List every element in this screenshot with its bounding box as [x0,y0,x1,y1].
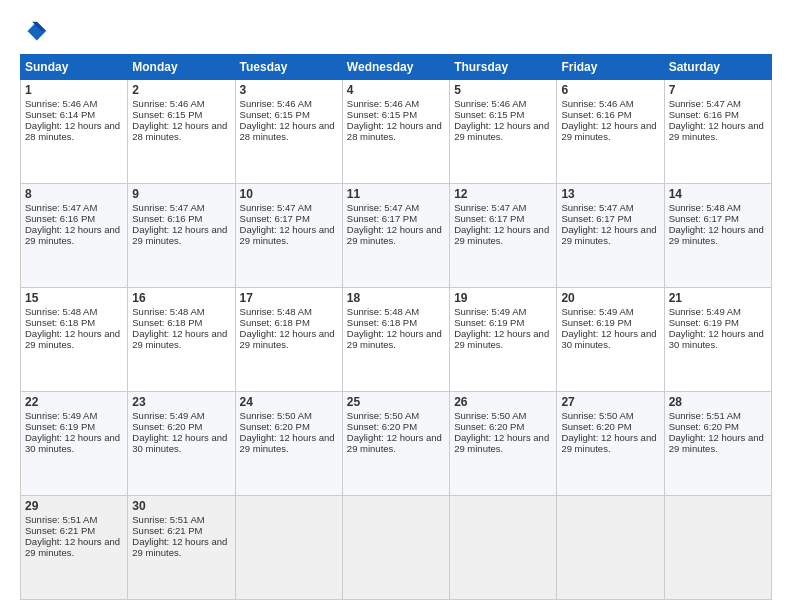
day-header-monday: Monday [128,55,235,80]
calendar-cell [664,496,771,600]
day-header-wednesday: Wednesday [342,55,449,80]
calendar-cell: 8Sunrise: 5:47 AMSunset: 6:16 PMDaylight… [21,184,128,288]
day-number: 7 [669,83,767,97]
day-number: 1 [25,83,123,97]
calendar-cell: 23Sunrise: 5:49 AMSunset: 6:20 PMDayligh… [128,392,235,496]
calendar-cell: 15Sunrise: 5:48 AMSunset: 6:18 PMDayligh… [21,288,128,392]
day-number: 14 [669,187,767,201]
day-number: 16 [132,291,230,305]
calendar-week-row: 29Sunrise: 5:51 AMSunset: 6:21 PMDayligh… [21,496,772,600]
day-number: 26 [454,395,552,409]
calendar-cell: 30Sunrise: 5:51 AMSunset: 6:21 PMDayligh… [128,496,235,600]
calendar-table: SundayMondayTuesdayWednesdayThursdayFrid… [20,54,772,600]
calendar-cell: 24Sunrise: 5:50 AMSunset: 6:20 PMDayligh… [235,392,342,496]
day-header-thursday: Thursday [450,55,557,80]
calendar-cell: 21Sunrise: 5:49 AMSunset: 6:19 PMDayligh… [664,288,771,392]
day-number: 18 [347,291,445,305]
calendar-cell: 1Sunrise: 5:46 AMSunset: 6:14 PMDaylight… [21,80,128,184]
day-number: 5 [454,83,552,97]
calendar-cell: 27Sunrise: 5:50 AMSunset: 6:20 PMDayligh… [557,392,664,496]
day-number: 17 [240,291,338,305]
header [20,18,772,46]
logo [20,18,52,46]
day-number: 20 [561,291,659,305]
calendar-cell: 4Sunrise: 5:46 AMSunset: 6:15 PMDaylight… [342,80,449,184]
calendar-cell: 17Sunrise: 5:48 AMSunset: 6:18 PMDayligh… [235,288,342,392]
day-header-friday: Friday [557,55,664,80]
day-number: 27 [561,395,659,409]
calendar-cell: 3Sunrise: 5:46 AMSunset: 6:15 PMDaylight… [235,80,342,184]
day-number: 28 [669,395,767,409]
day-number: 21 [669,291,767,305]
calendar-cell: 14Sunrise: 5:48 AMSunset: 6:17 PMDayligh… [664,184,771,288]
calendar-cell: 6Sunrise: 5:46 AMSunset: 6:16 PMDaylight… [557,80,664,184]
calendar-cell: 29Sunrise: 5:51 AMSunset: 6:21 PMDayligh… [21,496,128,600]
calendar-cell: 28Sunrise: 5:51 AMSunset: 6:20 PMDayligh… [664,392,771,496]
day-header-tuesday: Tuesday [235,55,342,80]
calendar-cell: 2Sunrise: 5:46 AMSunset: 6:15 PMDaylight… [128,80,235,184]
day-number: 4 [347,83,445,97]
calendar-week-row: 15Sunrise: 5:48 AMSunset: 6:18 PMDayligh… [21,288,772,392]
calendar-cell: 16Sunrise: 5:48 AMSunset: 6:18 PMDayligh… [128,288,235,392]
day-number: 22 [25,395,123,409]
calendar-cell: 11Sunrise: 5:47 AMSunset: 6:17 PMDayligh… [342,184,449,288]
day-header-saturday: Saturday [664,55,771,80]
day-number: 11 [347,187,445,201]
day-number: 9 [132,187,230,201]
calendar-cell: 20Sunrise: 5:49 AMSunset: 6:19 PMDayligh… [557,288,664,392]
day-number: 6 [561,83,659,97]
calendar-cell: 26Sunrise: 5:50 AMSunset: 6:20 PMDayligh… [450,392,557,496]
day-number: 10 [240,187,338,201]
day-number: 30 [132,499,230,513]
calendar-header-row: SundayMondayTuesdayWednesdayThursdayFrid… [21,55,772,80]
day-number: 13 [561,187,659,201]
calendar-cell [342,496,449,600]
day-number: 24 [240,395,338,409]
day-number: 19 [454,291,552,305]
calendar-cell [235,496,342,600]
calendar-cell: 18Sunrise: 5:48 AMSunset: 6:18 PMDayligh… [342,288,449,392]
calendar-cell: 10Sunrise: 5:47 AMSunset: 6:17 PMDayligh… [235,184,342,288]
day-number: 25 [347,395,445,409]
page: SundayMondayTuesdayWednesdayThursdayFrid… [0,0,792,612]
calendar-cell: 25Sunrise: 5:50 AMSunset: 6:20 PMDayligh… [342,392,449,496]
calendar-cell: 19Sunrise: 5:49 AMSunset: 6:19 PMDayligh… [450,288,557,392]
calendar-week-row: 8Sunrise: 5:47 AMSunset: 6:16 PMDaylight… [21,184,772,288]
calendar-cell: 13Sunrise: 5:47 AMSunset: 6:17 PMDayligh… [557,184,664,288]
calendar-week-row: 22Sunrise: 5:49 AMSunset: 6:19 PMDayligh… [21,392,772,496]
day-number: 8 [25,187,123,201]
day-number: 23 [132,395,230,409]
calendar-cell [450,496,557,600]
day-header-sunday: Sunday [21,55,128,80]
calendar-cell: 7Sunrise: 5:47 AMSunset: 6:16 PMDaylight… [664,80,771,184]
day-number: 12 [454,187,552,201]
calendar-cell: 5Sunrise: 5:46 AMSunset: 6:15 PMDaylight… [450,80,557,184]
calendar-cell: 12Sunrise: 5:47 AMSunset: 6:17 PMDayligh… [450,184,557,288]
day-number: 3 [240,83,338,97]
day-number: 2 [132,83,230,97]
calendar-week-row: 1Sunrise: 5:46 AMSunset: 6:14 PMDaylight… [21,80,772,184]
day-number: 29 [25,499,123,513]
calendar-cell: 9Sunrise: 5:47 AMSunset: 6:16 PMDaylight… [128,184,235,288]
day-number: 15 [25,291,123,305]
logo-icon [20,18,48,46]
calendar-cell: 22Sunrise: 5:49 AMSunset: 6:19 PMDayligh… [21,392,128,496]
calendar-cell [557,496,664,600]
